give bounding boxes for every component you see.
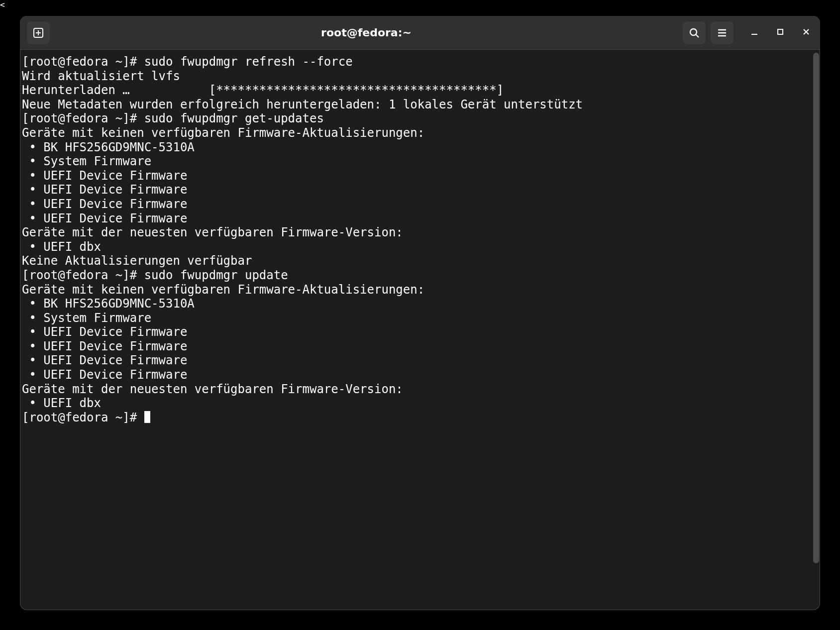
close-button[interactable] [799,26,813,40]
terminal-output: [root@fedora ~]# sudo fwupdmgr refresh -… [22,55,818,424]
cursor [144,411,150,423]
scrollbar-thumb[interactable] [813,53,819,563]
minimize-icon [750,28,758,38]
svg-point-3 [690,29,697,35]
svg-line-4 [696,34,699,37]
terminal-window: root@fedora:~ [20,16,820,610]
minimize-button[interactable] [747,26,761,40]
search-icon [689,27,700,38]
maximize-button[interactable] [773,26,787,40]
plus-icon [33,27,44,38]
menu-button[interactable] [711,21,734,44]
new-tab-button[interactable] [27,21,50,44]
hamburger-icon [717,27,728,38]
window-title: root@fedora:~ [55,26,678,39]
maximize-icon [777,28,784,37]
terminal-viewport[interactable]: [root@fedora ~]# sudo fwupdmgr refresh -… [20,50,820,610]
search-button[interactable] [683,21,706,44]
svg-rect-9 [778,29,783,34]
titlebar: root@fedora:~ [20,16,820,50]
close-icon [802,28,810,38]
